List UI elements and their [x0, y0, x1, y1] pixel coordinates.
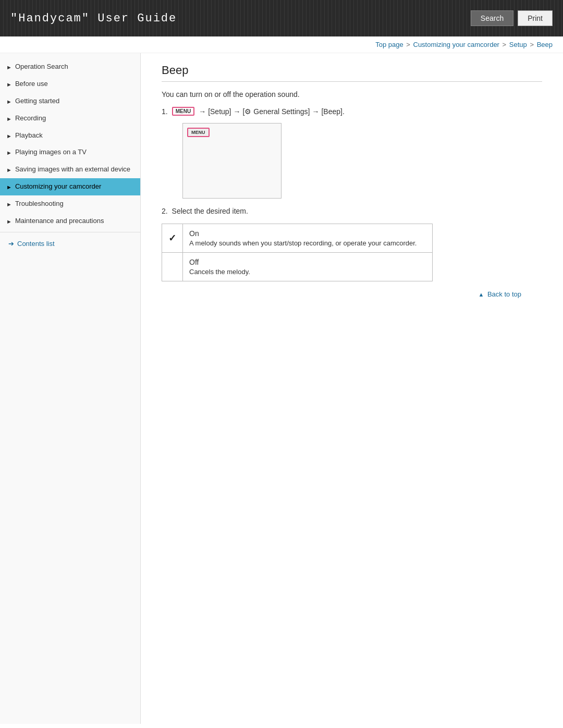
contents-arrow-icon: ➔	[8, 240, 14, 248]
step-1-text: [Setup]	[208, 107, 231, 116]
table-row: Off Cancels the melody.	[162, 253, 433, 281]
sidebar-item-label: Troubleshooting	[15, 200, 64, 208]
back-to-top-link[interactable]: ▲ Back to top	[478, 290, 521, 298]
page-title: Beep	[162, 64, 542, 82]
breadcrumb-beep[interactable]: Beep	[537, 41, 553, 48]
step-2-text: Select the desired item.	[172, 207, 248, 215]
arrow-symbol: →	[199, 107, 206, 116]
breadcrumb-top[interactable]: Top page	[375, 41, 403, 48]
step-1-instruction: 1. MENU → [Setup] → [⚙ General Settings]…	[162, 107, 542, 116]
page-number: 158	[0, 724, 563, 728]
step-1-number: 1.	[162, 107, 168, 116]
arrow-icon: ►	[6, 149, 12, 156]
menu-button-icon: MENU	[172, 107, 194, 116]
arrow-icon: ►	[6, 81, 12, 88]
arrow-symbol-2: →	[234, 107, 241, 116]
arrow-icon: ►	[6, 201, 12, 208]
device-screenshot: MENU	[182, 123, 282, 199]
breadcrumb-customizing[interactable]: Customizing your camcorder	[413, 41, 499, 48]
sidebar-item-operation-search[interactable]: ► Operation Search	[0, 58, 140, 76]
arrow-icon: ►	[6, 218, 12, 225]
sidebar-item-label: Customizing your camcorder	[15, 182, 101, 191]
sidebar-item-playing-images-tv[interactable]: ► Playing images on a TV	[0, 144, 140, 161]
back-to-top-label: Back to top	[487, 290, 521, 298]
option-off-cell: Off Cancels the melody.	[183, 253, 433, 281]
breadcrumb: Top page > Customizing your camcorder > …	[0, 36, 563, 53]
contents-list-link[interactable]: ➔ Contents list	[0, 235, 140, 253]
arrow-icon: ►	[6, 132, 12, 140]
sidebar-item-label: Saving images with an external device	[15, 165, 130, 174]
step-2-number: 2.	[162, 207, 168, 215]
options-table: ✓ On A melody sounds when you start/stop…	[162, 224, 433, 281]
sidebar-item-label: Playback	[15, 131, 43, 140]
check-cell-off	[162, 253, 183, 281]
arrow-symbol-3: →	[312, 107, 319, 116]
sidebar-item-recording[interactable]: ► Recording	[0, 110, 140, 127]
step-2: 2. Select the desired item.	[162, 207, 542, 215]
header-actions: Search Print	[471, 10, 553, 26]
site-header: "Handycam" User Guide Search Print	[0, 0, 563, 36]
check-cell-on: ✓	[162, 224, 183, 253]
option-name-on: On	[189, 229, 426, 238]
search-button[interactable]: Search	[471, 10, 513, 26]
breadcrumb-setup[interactable]: Setup	[509, 41, 527, 48]
step-1: 1. MENU → [Setup] → [⚙ General Settings]…	[162, 107, 542, 199]
sidebar-item-label: Playing images on a TV	[15, 148, 87, 157]
step-1-beep: [Beep].	[321, 107, 344, 116]
print-button[interactable]: Print	[518, 10, 553, 26]
sidebar-item-label: Recording	[15, 114, 46, 123]
sidebar-item-maintenance[interactable]: ► Maintenance and precautions	[0, 213, 140, 230]
sidebar-item-label: Getting started	[15, 97, 59, 106]
checkmark-icon: ✓	[168, 233, 176, 243]
sidebar-item-saving-images[interactable]: ► Saving images with an external device	[0, 161, 140, 178]
back-to-top-triangle-icon: ▲	[478, 291, 484, 298]
option-name-off: Off	[189, 258, 426, 266]
main-layout: ► Operation Search ► Before use ► Gettin…	[0, 53, 563, 724]
sidebar-item-before-use[interactable]: ► Before use	[0, 76, 140, 93]
main-content: Beep You can turn on or off the operatio…	[141, 53, 563, 724]
sidebar-item-getting-started[interactable]: ► Getting started	[0, 93, 140, 110]
intro-text: You can turn on or off the operation sou…	[162, 90, 542, 98]
arrow-icon: ►	[6, 115, 12, 122]
sidebar-item-playback[interactable]: ► Playback	[0, 127, 140, 144]
sidebar-item-label: Operation Search	[15, 63, 68, 71]
arrow-icon: ►	[6, 98, 12, 105]
sidebar-item-label: Before use	[15, 80, 48, 89]
sidebar-item-label: Maintenance and precautions	[15, 217, 104, 226]
arrow-icon: ►	[6, 64, 12, 71]
back-to-top-bar: ▲ Back to top	[162, 281, 542, 303]
step-1-general: [⚙ General Settings]	[243, 107, 310, 116]
menu-icon-in-image: MENU	[187, 128, 210, 137]
sidebar-divider	[0, 232, 140, 232]
sidebar: ► Operation Search ► Before use ► Gettin…	[0, 53, 141, 724]
option-desc-off: Cancels the melody.	[189, 268, 250, 276]
sidebar-item-customizing[interactable]: ► Customizing your camcorder	[0, 178, 140, 195]
contents-link-label: Contents list	[17, 240, 55, 248]
site-title: "Handycam" User Guide	[10, 12, 177, 25]
arrow-icon: ►	[6, 166, 12, 174]
arrow-icon: ►	[6, 183, 12, 191]
sidebar-item-troubleshooting[interactable]: ► Troubleshooting	[0, 195, 140, 213]
option-on-cell: On A melody sounds when you start/stop r…	[183, 224, 433, 253]
table-row: ✓ On A melody sounds when you start/stop…	[162, 224, 433, 253]
option-desc-on: A melody sounds when you start/stop reco…	[189, 239, 417, 247]
